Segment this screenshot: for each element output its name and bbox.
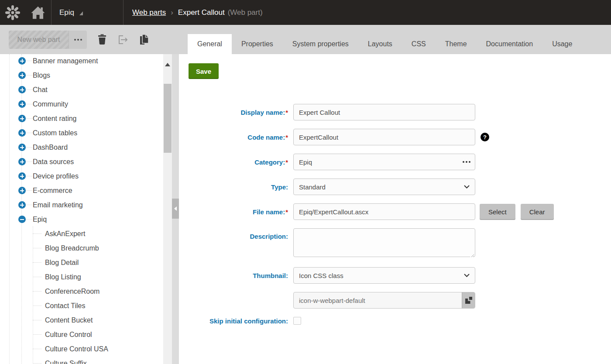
- expand-plus-icon[interactable]: [18, 172, 26, 180]
- more-actions-button[interactable]: [69, 31, 87, 49]
- select-file-button[interactable]: Select: [480, 204, 515, 220]
- expand-plus-icon[interactable]: [18, 115, 26, 122]
- arrow-up-icon[interactable]: [165, 63, 170, 66]
- tree-item-blog-breadcrumb[interactable]: Blog Breadcrumb: [0, 241, 163, 255]
- home-button[interactable]: [25, 0, 51, 25]
- tree-item-content-rating[interactable]: Content rating: [0, 111, 163, 126]
- splitter-handle[interactable]: [172, 199, 179, 219]
- tab-documentation[interactable]: Documentation: [477, 34, 543, 54]
- file-name-row: File name:* Select Clear: [189, 203, 611, 220]
- breadcrumb-current: Expert Callout: [178, 8, 225, 17]
- app-switcher[interactable]: Epiq: [51, 0, 123, 25]
- expand-plus-icon[interactable]: [18, 144, 26, 151]
- delete-button[interactable]: [98, 34, 106, 45]
- tab-properties[interactable]: Properties: [232, 34, 283, 54]
- tree-item-dashboard[interactable]: DashBoard: [0, 140, 163, 155]
- tree-toolbar: New web part: [0, 25, 179, 54]
- help-icon[interactable]: ?: [481, 133, 489, 141]
- tree-item-data-sources[interactable]: Data sources: [0, 155, 163, 169]
- tree-item-epiq[interactable]: Epiq: [0, 212, 163, 227]
- thumbnail-row: Thumbnail: Icon CSS class: [189, 267, 611, 284]
- tab-general[interactable]: General: [188, 34, 232, 54]
- panel-splitter[interactable]: [172, 54, 179, 364]
- expand-plus-icon[interactable]: [18, 86, 26, 93]
- type-select[interactable]: Standard: [293, 179, 475, 195]
- category-selector[interactable]: [293, 154, 475, 170]
- main-area: Banner management Blogs Chat Community C…: [0, 54, 611, 364]
- display-name-row: Display name:*: [189, 104, 611, 120]
- display-name-input[interactable]: [293, 104, 475, 120]
- tree-item-conferenceroom[interactable]: ConferenceRoom: [0, 284, 163, 299]
- tree-item-email-marketing[interactable]: Email marketing: [0, 198, 163, 212]
- kentico-logo[interactable]: [0, 0, 25, 25]
- icon-picker-button[interactable]: [462, 292, 475, 308]
- skip-configuration-checkbox[interactable]: [293, 317, 301, 325]
- copy-icon: [139, 34, 149, 45]
- webpart-default-icon: [465, 297, 472, 304]
- breadcrumb-parent-link[interactable]: Web parts: [132, 8, 166, 17]
- tree-item-culture-control-usa[interactable]: Culture Control USA: [0, 342, 163, 356]
- tab-css[interactable]: CSS: [402, 34, 436, 54]
- tree-item-blog-listing[interactable]: Blog Listing: [0, 270, 163, 284]
- expand-plus-icon[interactable]: [18, 201, 26, 209]
- tab-theme[interactable]: Theme: [436, 34, 477, 54]
- ellipsis-icon: [77, 39, 79, 41]
- new-web-part-button[interactable]: New web part: [9, 31, 69, 49]
- save-button[interactable]: Save: [189, 63, 219, 79]
- tree-item-blog-detail[interactable]: Blog Detail: [0, 255, 163, 270]
- icon-css-class-row: [189, 292, 611, 309]
- expand-plus-icon[interactable]: [18, 72, 26, 79]
- expand-plus-icon[interactable]: [18, 100, 26, 108]
- export-button[interactable]: [117, 34, 128, 45]
- icon-css-class-input[interactable]: [293, 292, 475, 309]
- tree-scrollbar[interactable]: [163, 54, 172, 364]
- tree-item-culture-suffix[interactable]: Culture Suffix: [0, 356, 163, 364]
- toolbar-band: New web part General: [0, 25, 611, 54]
- file-name-input[interactable]: [293, 203, 475, 220]
- description-row: Description:: [189, 228, 611, 259]
- expand-plus-icon[interactable]: [18, 129, 26, 137]
- skip-configuration-row: Skip initial configuration:: [189, 317, 611, 325]
- web-part-tree: Banner management Blogs Chat Community C…: [0, 54, 163, 364]
- collapse-left-icon: [174, 206, 177, 211]
- tree-item-content-bucket[interactable]: Content Bucket: [0, 313, 163, 327]
- description-label: Description:: [189, 228, 293, 240]
- tree-item-contact-tiles[interactable]: Contact Tiles: [0, 299, 163, 313]
- trash-icon: [98, 34, 106, 45]
- collapse-minus-icon[interactable]: [18, 216, 26, 223]
- tree-item-culture-control[interactable]: Culture Control: [0, 327, 163, 342]
- web-part-form: Display name:* Code name:* ? Category:* …: [189, 104, 611, 325]
- expand-plus-icon[interactable]: [18, 158, 26, 165]
- tree-item-chat[interactable]: Chat: [0, 82, 163, 97]
- expand-plus-icon[interactable]: [18, 57, 26, 65]
- home-icon: [31, 6, 45, 20]
- tab-system-properties[interactable]: System properties: [283, 34, 358, 54]
- app-name: Epiq: [59, 8, 74, 17]
- code-name-input[interactable]: [293, 129, 475, 145]
- tree-item-blogs[interactable]: Blogs: [0, 68, 163, 82]
- required-asterisk: *: [285, 109, 288, 116]
- tree-item-community[interactable]: Community: [0, 97, 163, 111]
- ellipsis-icon[interactable]: [466, 161, 467, 163]
- tree-item-device-profiles[interactable]: Device profiles: [0, 169, 163, 183]
- tab-usage[interactable]: Usage: [542, 34, 582, 54]
- category-label: Category:*: [189, 158, 293, 166]
- icon-css-class-field: [293, 292, 475, 309]
- category-row: Category:*: [189, 154, 611, 170]
- required-asterisk: *: [285, 208, 288, 216]
- category-input[interactable]: [293, 154, 475, 170]
- top-bar: Epiq Web parts › Expert Callout (Web par…: [0, 0, 611, 25]
- thumbnail-label: Thumbnail:: [189, 272, 293, 279]
- description-textarea[interactable]: [293, 228, 475, 257]
- clear-file-button[interactable]: Clear: [521, 204, 554, 220]
- expand-plus-icon[interactable]: [18, 187, 26, 194]
- tree-item-custom-tables[interactable]: Custom tables: [0, 126, 163, 140]
- caret-icon: [79, 11, 83, 15]
- tree-item-banner-management[interactable]: Banner management: [0, 54, 163, 68]
- tree-item-askanexpert[interactable]: AskAnExpert: [0, 227, 163, 241]
- tree-item-e-commerce[interactable]: E-commerce: [0, 183, 163, 198]
- scrollbar-thumb[interactable]: [164, 84, 172, 153]
- thumbnail-select[interactable]: Icon CSS class: [293, 267, 475, 284]
- clone-button[interactable]: [139, 34, 149, 45]
- tab-layouts[interactable]: Layouts: [358, 34, 402, 54]
